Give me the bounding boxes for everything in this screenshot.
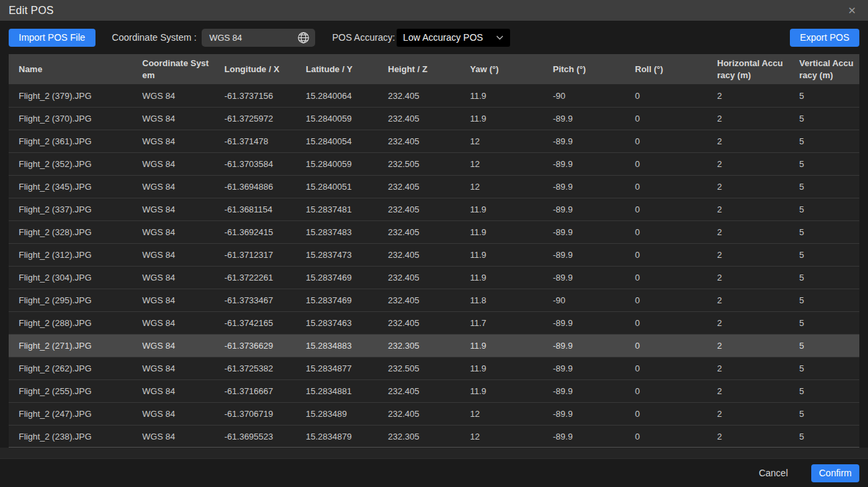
column-header: Longitude / X bbox=[214, 60, 296, 79]
table-cell: -61.371478 bbox=[214, 136, 296, 146]
table-cell: 0 bbox=[625, 204, 707, 214]
table-cell: 15.283489 bbox=[296, 409, 378, 419]
table-cell: -89.9 bbox=[543, 341, 625, 351]
table-cell: -89.9 bbox=[543, 227, 625, 237]
table-row[interactable]: Flight_2 (238).JPGWGS 84-61.369552315.28… bbox=[9, 425, 859, 448]
table-cell: Flight_2 (295).JPG bbox=[9, 295, 132, 305]
table-cell: 2 bbox=[707, 182, 789, 192]
table-cell: 5 bbox=[789, 227, 859, 237]
table-body: Flight_2 (379).JPGWGS 84-61.373715615.28… bbox=[9, 84, 859, 448]
table-cell: -61.3692415 bbox=[214, 227, 296, 237]
table-cell: 11.9 bbox=[460, 91, 543, 101]
table-cell: 15.2840064 bbox=[296, 91, 378, 101]
table-cell: 2 bbox=[707, 136, 789, 146]
edit-pos-dialog: Edit POS ✕ Import POS File Coordinate Sy… bbox=[0, 0, 868, 487]
table-row[interactable]: Flight_2 (352).JPGWGS 84-61.370358415.28… bbox=[9, 152, 859, 175]
import-pos-file-button[interactable]: Import POS File bbox=[9, 29, 95, 47]
table-cell: 0 bbox=[625, 295, 707, 305]
table-row[interactable]: Flight_2 (247).JPGWGS 84-61.370671915.28… bbox=[9, 402, 859, 425]
table-row[interactable]: Flight_2 (345).JPGWGS 84-61.369488615.28… bbox=[9, 175, 859, 198]
table-cell: -61.3703584 bbox=[214, 159, 296, 169]
table-cell: 232.405 bbox=[378, 182, 460, 192]
table-cell: Flight_2 (271).JPG bbox=[9, 341, 132, 351]
table-row[interactable]: Flight_2 (271).JPGWGS 84-61.373662915.28… bbox=[9, 334, 859, 357]
table-cell: 11.9 bbox=[460, 363, 543, 373]
table-cell: WGS 84 bbox=[132, 227, 214, 237]
export-pos-button[interactable]: Export POS bbox=[790, 29, 859, 47]
table-cell: WGS 84 bbox=[132, 182, 214, 192]
table-cell: 11.9 bbox=[460, 273, 543, 283]
pos-accuracy-label: POS Accuracy: bbox=[332, 32, 395, 43]
pos-accuracy-select[interactable]: Low Accuracy POS bbox=[397, 29, 510, 47]
table-cell: -61.3725972 bbox=[214, 114, 296, 124]
table-row[interactable]: Flight_2 (361).JPGWGS 84-61.37147815.284… bbox=[9, 130, 859, 152]
table-row[interactable]: Flight_2 (288).JPGWGS 84-61.374216515.28… bbox=[9, 311, 859, 334]
table-row[interactable]: Flight_2 (312).JPGWGS 84-61.371231715.28… bbox=[9, 243, 859, 266]
globe-icon[interactable] bbox=[297, 31, 310, 44]
table-cell: 2 bbox=[707, 91, 789, 101]
table-cell: 15.2834879 bbox=[296, 432, 378, 442]
table-cell: -61.3742165 bbox=[214, 318, 296, 328]
coordinate-system-input[interactable]: WGS 84 bbox=[202, 29, 315, 47]
table-row[interactable]: Flight_2 (370).JPGWGS 84-61.372597215.28… bbox=[9, 107, 859, 130]
table-cell: -61.3712317 bbox=[214, 250, 296, 260]
confirm-button[interactable]: Confirm bbox=[811, 464, 859, 482]
table-cell: 12 bbox=[460, 182, 543, 192]
table-row[interactable]: Flight_2 (379).JPGWGS 84-61.373715615.28… bbox=[9, 84, 859, 107]
column-header: Horizontal Accuracy (m) bbox=[707, 54, 789, 84]
table-cell: 232.505 bbox=[378, 363, 460, 373]
table-cell: 232.405 bbox=[378, 204, 460, 214]
table-row[interactable]: Flight_2 (337).JPGWGS 84-61.368115415.28… bbox=[9, 198, 859, 220]
table-cell: 2 bbox=[707, 295, 789, 305]
table-cell: -89.9 bbox=[543, 250, 625, 260]
table-cell: 232.405 bbox=[378, 136, 460, 146]
table-row[interactable]: Flight_2 (295).JPGWGS 84-61.373346715.28… bbox=[9, 289, 859, 311]
table-cell: WGS 84 bbox=[132, 136, 214, 146]
table-cell: -89.9 bbox=[543, 273, 625, 283]
close-icon[interactable]: ✕ bbox=[845, 3, 859, 18]
table-cell: 15.2837469 bbox=[296, 295, 378, 305]
table-cell: 2 bbox=[707, 273, 789, 283]
table-cell: 15.2834883 bbox=[296, 341, 378, 351]
table-cell: 0 bbox=[625, 250, 707, 260]
table-cell: 15.2840059 bbox=[296, 159, 378, 169]
column-header: Height / Z bbox=[378, 60, 460, 79]
table-row[interactable]: Flight_2 (262).JPGWGS 84-61.372538215.28… bbox=[9, 357, 859, 379]
table-cell: WGS 84 bbox=[132, 159, 214, 169]
table-cell: 2 bbox=[707, 409, 789, 419]
table-cell: 5 bbox=[789, 182, 859, 192]
table-cell: 0 bbox=[625, 114, 707, 124]
table-row[interactable]: Flight_2 (304).JPGWGS 84-61.372226115.28… bbox=[9, 266, 859, 289]
table-cell: 11.9 bbox=[460, 204, 543, 214]
table-cell: -89.9 bbox=[543, 182, 625, 192]
cancel-button[interactable]: Cancel bbox=[758, 468, 788, 478]
table-cell: 2 bbox=[707, 341, 789, 351]
table-cell: -90 bbox=[543, 295, 625, 305]
table-cell: 2 bbox=[707, 250, 789, 260]
table-row[interactable]: Flight_2 (255).JPGWGS 84-61.371666715.28… bbox=[9, 379, 859, 402]
table-cell: -61.3716667 bbox=[214, 386, 296, 396]
column-header: Latitude / Y bbox=[296, 60, 378, 79]
table-row[interactable]: Flight_2 (328).JPGWGS 84-61.369241515.28… bbox=[9, 220, 859, 243]
table-cell: Flight_2 (352).JPG bbox=[9, 159, 132, 169]
table-cell: -61.3722261 bbox=[214, 273, 296, 283]
table-cell: Flight_2 (337).JPG bbox=[9, 204, 132, 214]
table-cell: 0 bbox=[625, 159, 707, 169]
table-cell: 0 bbox=[625, 386, 707, 396]
table-cell: -61.3736629 bbox=[214, 341, 296, 351]
table-cell: 15.2834877 bbox=[296, 363, 378, 373]
table-cell: 232.405 bbox=[378, 386, 460, 396]
table-cell: -89.9 bbox=[543, 363, 625, 373]
table-cell: 0 bbox=[625, 227, 707, 237]
table-cell: WGS 84 bbox=[132, 409, 214, 419]
table-cell: WGS 84 bbox=[132, 432, 214, 442]
table-cell: 15.2837463 bbox=[296, 318, 378, 328]
coordinate-system-value: WGS 84 bbox=[209, 33, 242, 43]
table-cell: 11.9 bbox=[460, 114, 543, 124]
table-cell: 5 bbox=[789, 136, 859, 146]
table-cell: WGS 84 bbox=[132, 386, 214, 396]
table-cell: 232.405 bbox=[378, 295, 460, 305]
table-cell: WGS 84 bbox=[132, 273, 214, 283]
table-cell: Flight_2 (361).JPG bbox=[9, 136, 132, 146]
table-cell: 5 bbox=[789, 159, 859, 169]
